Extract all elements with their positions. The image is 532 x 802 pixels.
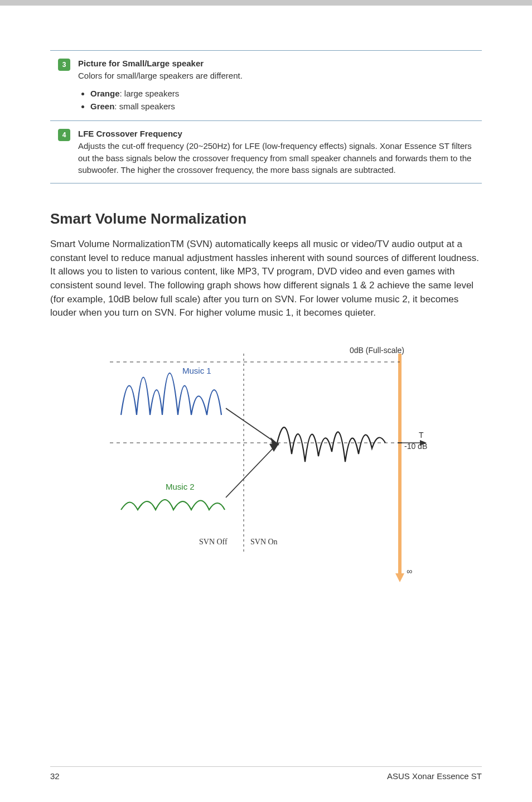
list-item: Green: small speakers	[90, 100, 482, 113]
label-svn-on: SVN On	[250, 538, 278, 547]
bullet-bold: Orange	[90, 89, 120, 98]
row-desc: Colors for small/large speakers are diff…	[78, 70, 482, 82]
label-music2: Music 2	[166, 482, 195, 491]
settings-table: 3 Picture for Small/Large speaker Colors…	[50, 50, 482, 183]
badge-col: 4	[50, 128, 78, 176]
label-minus-10db: -10 dB	[404, 442, 427, 451]
svn-svg	[88, 342, 444, 588]
bullet-list: Orange: large speakers Green: small spea…	[78, 88, 482, 113]
top-bar	[0, 0, 532, 6]
section-paragraph: Smart Volume NormalizationTM (SVN) autom…	[50, 238, 482, 320]
list-item: Orange: large speakers	[90, 88, 482, 100]
svg-line-10	[226, 445, 276, 497]
label-infinity: ∞	[407, 567, 412, 576]
label-t: T	[419, 431, 424, 439]
label-svn-off: SVN Off	[199, 538, 228, 547]
label-music1: Music 1	[182, 366, 211, 375]
page-number: 32	[50, 771, 60, 781]
bullet-bold: Green	[90, 102, 114, 111]
bullet-rest: : small speakers	[114, 102, 175, 111]
row-number-badge: 3	[58, 59, 70, 71]
svn-figure: 0dB (Full-scale) T -10 dB Music 1 Music …	[88, 342, 444, 588]
row-title: Picture for Small/Large speaker	[78, 59, 204, 68]
row-number-badge: 4	[58, 129, 70, 141]
section-title: Smart Volume Normalization	[50, 210, 482, 228]
table-row: 3 Picture for Small/Large speaker Colors…	[50, 51, 482, 121]
product-name: ASUS Xonar Essence ST	[387, 771, 482, 781]
page-content: 3 Picture for Small/Large speaker Colors…	[0, 6, 532, 588]
row-body: Picture for Small/Large speaker Colors f…	[78, 57, 482, 114]
row-title: LFE Crossover Frequency	[78, 129, 182, 138]
row-desc: Adjusts the cut-off frequency (20~250Hz)…	[78, 140, 482, 176]
page-footer: 32 ASUS Xonar Essence ST	[50, 766, 482, 781]
table-row: 4 LFE Crossover Frequency Adjusts the cu…	[50, 121, 482, 183]
svg-line-8	[226, 408, 276, 443]
svg-marker-1	[395, 573, 404, 582]
badge-col: 3	[50, 57, 78, 114]
row-body: LFE Crossover Frequency Adjusts the cut-…	[78, 128, 482, 176]
label-full-scale: 0dB (Full-scale)	[350, 346, 404, 355]
bullet-rest: : large speakers	[120, 89, 180, 98]
